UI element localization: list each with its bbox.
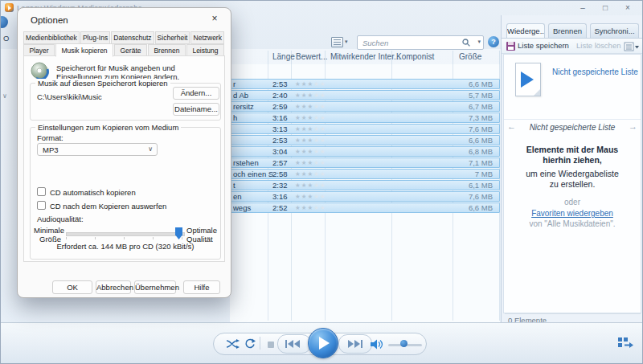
play-button[interactable] [308, 328, 338, 358]
play-favorites-link[interactable]: Favoriten wiedergeben [510, 209, 634, 218]
auto-rip-checkbox[interactable]: CD automatisch kopieren [37, 187, 136, 197]
table-row[interactable]: rstehen 2:57 ★★★★★ 7,1 MB [230, 157, 500, 168]
minimize-button[interactable]: – [571, 1, 594, 14]
song-length: 2:53 [272, 80, 288, 88]
song-title-fragment: en [233, 192, 273, 201]
tab-plugins[interactable]: Plug-Ins [80, 31, 110, 44]
close-button[interactable]: × [616, 1, 639, 14]
previous-button[interactable] [277, 334, 311, 354]
column-header-length[interactable]: Länge [272, 52, 295, 61]
cancel-button[interactable]: Abbrechen [96, 280, 131, 294]
help-icon[interactable]: ? [488, 36, 499, 47]
table-row[interactable]: rersitz 2:59 ★★★★★ 6,7 MB [230, 101, 500, 112]
filename-button[interactable]: Dateiname... [173, 103, 219, 116]
song-title-fragment: rstehen [233, 158, 273, 167]
quality-slider-track[interactable] [66, 232, 185, 236]
stop-button[interactable] [268, 342, 274, 348]
dialog-close-icon[interactable]: × [208, 13, 221, 24]
change-location-button[interactable]: Ändern... [173, 87, 219, 100]
song-length: 2:40 [272, 91, 288, 100]
clear-list-button[interactable]: Liste löschen [576, 41, 620, 50]
column-header-composer[interactable]: Komponist [396, 52, 434, 61]
drop-zone[interactable]: Elemente mit der Maus hierhin ziehen, um… [510, 145, 634, 228]
volume-slider-thumb[interactable] [400, 340, 408, 347]
table-row[interactable]: wegs 2:52 ★★★★★ 6,6 MB [230, 202, 500, 213]
tab-datenschutz[interactable]: Datenschutz [111, 31, 154, 44]
rating-stars[interactable]: ★★★★★ [295, 80, 326, 88]
song-size: 7,3 MB [469, 113, 493, 122]
save-list-button[interactable]: Liste speichern [518, 41, 569, 50]
column-header-size[interactable]: Größe [459, 52, 481, 61]
search-box[interactable]: ▾ [357, 35, 484, 50]
table-row[interactable]: 3:04 ★★★★★ 6,8 MB [230, 146, 500, 157]
tab-wiedergabe[interactable]: Wiederge... [506, 23, 545, 38]
volume-icon[interactable] [371, 339, 383, 350]
playlist-nav: ← Nicht gespeicherte Liste → [504, 119, 641, 136]
search-dropdown-icon[interactable]: ▾ [477, 39, 481, 45]
tab-musik-kopieren[interactable]: Musik kopieren [55, 43, 113, 57]
back-button[interactable] [0, 16, 8, 28]
view-options-icon[interactable] [331, 37, 343, 47]
apply-button[interactable]: Übernehmen [134, 280, 176, 294]
rating-stars[interactable]: ★★★★★ [295, 158, 326, 167]
table-row[interactable]: d Ab 2:40 ★★★★★ 5,7 MB [230, 90, 500, 100]
organize-button-fragment[interactable]: O [3, 34, 9, 43]
maximize-button[interactable]: □ [594, 1, 616, 14]
rating-stars[interactable]: ★★★★★ [295, 170, 326, 178]
ok-button[interactable]: OK [52, 280, 92, 294]
song-title-fragment: wegs [233, 203, 273, 212]
tab-netzwerk[interactable]: Netzwerk [190, 31, 224, 44]
rating-stars[interactable]: ★★★★★ [295, 102, 326, 111]
tab-sicherheit[interactable]: Sicherheit [155, 31, 190, 44]
list-options-icon[interactable] [624, 42, 640, 51]
table-row[interactable]: r 2:53 ★★★★★ 6,6 MB [230, 79, 500, 89]
rating-stars[interactable]: ★★★★★ [295, 181, 326, 190]
save-icon [506, 42, 515, 51]
table-row[interactable]: 3:13 ★★★★★ 7,6 MB [230, 124, 500, 134]
prev-list-arrow-icon[interactable]: ← [507, 121, 516, 131]
unsaved-list-art-icon[interactable] [515, 63, 541, 96]
stars-filled: ★★★ [295, 170, 313, 178]
repeat-icon[interactable] [244, 338, 256, 350]
song-length: 3:16 [272, 192, 288, 201]
tab-medienbibliothek[interactable]: Medienbibliothek [23, 31, 80, 44]
search-input[interactable] [361, 37, 453, 48]
checkbox-box [37, 187, 46, 196]
song-title-fragment: r [233, 80, 273, 88]
rating-stars[interactable]: ★★★★★ [295, 147, 326, 156]
format-select[interactable]: MP3 ∨ [37, 143, 158, 156]
audio-quality-label: Audioqualität: [37, 215, 84, 223]
rating-stars[interactable]: ★★★★★ [295, 113, 326, 122]
rip-location-legend: Musik auf diesen Speicherort kopieren [35, 79, 170, 88]
table-row[interactable]: h 3:16 ★★★★★ 7,3 MB [230, 112, 500, 123]
table-row[interactable]: en 3:16 ★★★★★ 7,6 MB [230, 191, 500, 202]
view-options-dropdown-icon[interactable]: ▾ [345, 39, 348, 45]
auto-rip-label: CD automatisch kopieren [50, 188, 136, 197]
next-list-arrow-icon[interactable]: → [629, 121, 637, 131]
rating-stars[interactable]: ★★★★★ [295, 136, 326, 145]
column-header-contributing[interactable]: Mitwirkender Inter... [330, 52, 400, 61]
tree-expander-icon[interactable]: ∨ [2, 92, 7, 100]
view-line [334, 44, 341, 45]
help-button[interactable]: Hilfe [183, 280, 220, 294]
column-header-rating[interactable]: Bewert... [296, 52, 327, 61]
rating-stars[interactable]: ★★★★★ [295, 91, 326, 100]
switch-to-now-playing-icon[interactable] [616, 336, 634, 350]
rating-stars[interactable]: ★★★★★ [295, 125, 326, 133]
table-row[interactable]: och einen Sch... 2:58 ★★★★★ 7 MB [230, 169, 500, 179]
next-button[interactable] [338, 334, 372, 354]
table-row[interactable]: t 2:32 ★★★★★ 6,1 MB [230, 180, 500, 190]
eject-after-rip-checkbox[interactable]: CD nach dem Kopieren auswerfen [37, 201, 166, 211]
table-row[interactable]: 2:53 ★★★★★ 6,6 MB [230, 135, 500, 145]
shuffle-icon[interactable] [226, 339, 240, 349]
stars-filled: ★★★ [295, 148, 313, 155]
song-title-fragment [233, 147, 273, 156]
checkbox-box [37, 201, 46, 210]
tab-brennen[interactable]: Brennen [548, 23, 587, 38]
list-pane: Wiederge... Brennen Synchroni... Liste s… [501, 15, 643, 325]
search-icon[interactable] [462, 39, 470, 47]
rating-stars[interactable]: ★★★★★ [295, 203, 326, 212]
unsaved-list-link[interactable]: Nicht gespeicherte Liste [552, 67, 638, 76]
rating-stars[interactable]: ★★★★★ [295, 192, 326, 201]
tab-synchronisieren[interactable]: Synchroni... [590, 23, 639, 38]
